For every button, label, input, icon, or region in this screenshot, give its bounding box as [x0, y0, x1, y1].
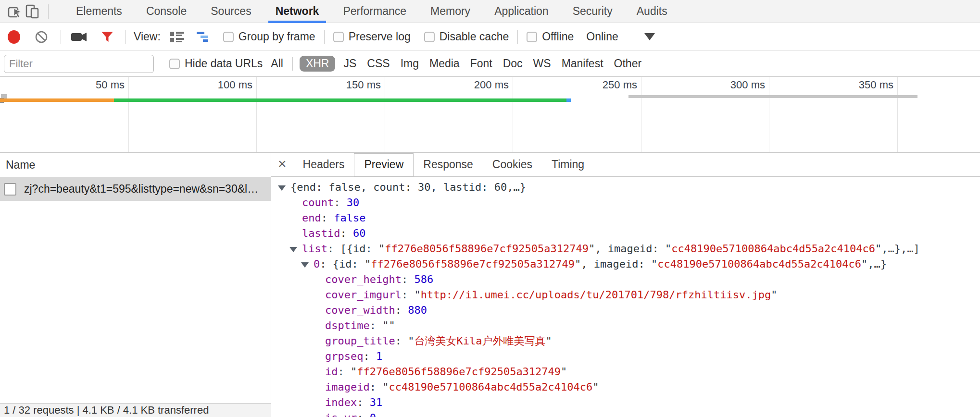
- tree-seg-num: 880: [408, 304, 427, 316]
- filter-type-xhr[interactable]: XHR: [300, 56, 336, 72]
- waterfall-bar-blue-tip: [566, 98, 571, 102]
- filter-type-img[interactable]: Img: [401, 57, 419, 70]
- tree-line[interactable]: is_vr: 0: [271, 410, 980, 417]
- expand-arrow-icon[interactable]: [301, 257, 314, 272]
- filter-type-all[interactable]: All: [271, 57, 283, 70]
- tree-seg-plain: ", imageid: ": [589, 243, 671, 255]
- close-icon[interactable]: ×: [278, 157, 287, 171]
- tree-seg-str: ff276e8056f58896e7cf92505a312749: [357, 366, 561, 378]
- tree-line[interactable]: dsptime: "": [271, 318, 980, 333]
- triangle-down-icon: [301, 262, 309, 268]
- group-by-frame-label: Group by frame: [239, 30, 315, 43]
- name-column-header[interactable]: Name: [0, 153, 271, 177]
- offline-checkbox[interactable]: [527, 32, 537, 42]
- tab-performance[interactable]: Performance: [331, 0, 418, 23]
- capture-screenshots-icon[interactable]: [71, 28, 88, 46]
- record-button[interactable]: [8, 30, 20, 44]
- tree-seg-plain: {end: false, count: 30, lastid: 60,…}: [290, 181, 526, 193]
- detail-tab-response[interactable]: Response: [414, 153, 483, 177]
- device-toolbar-icon[interactable]: [24, 3, 41, 20]
- filter-type-css[interactable]: CSS: [367, 57, 389, 70]
- inspect-element-icon[interactable]: [7, 3, 24, 20]
- tree-line[interactable]: index: 31: [271, 395, 980, 410]
- filter-type-doc[interactable]: Doc: [503, 57, 523, 70]
- divider: [126, 30, 126, 44]
- preserve-log-checkbox[interactable]: [333, 32, 344, 42]
- filter-type-js[interactable]: JS: [343, 57, 356, 70]
- throttling-select[interactable]: Online: [586, 30, 618, 43]
- tree-line[interactable]: cover_width: 880: [271, 303, 980, 318]
- tree-line[interactable]: list: [{id: "ff276e8056f58896e7cf92505a3…: [271, 241, 980, 257]
- tree-line[interactable]: id: "ff276e8056f58896e7cf92505a312749": [271, 364, 980, 380]
- tab-network[interactable]: Network: [264, 0, 331, 23]
- devtools-tabbar: ElementsConsoleSourcesNetworkPerformance…: [0, 0, 980, 23]
- tree-seg-plain: :: [321, 212, 334, 224]
- hide-data-urls-checkbox[interactable]: [169, 59, 180, 69]
- network-overview[interactable]: 50 ms100 ms150 ms200 ms250 ms300 ms350 m…: [0, 77, 980, 153]
- tree-seg-plain: ": [561, 366, 567, 378]
- tree-line[interactable]: 0: {id: "ff276e8056f58896e7cf92505a31274…: [271, 257, 980, 272]
- filter-type-font[interactable]: Font: [470, 57, 492, 70]
- tab-security[interactable]: Security: [561, 0, 625, 23]
- tree-seg-plain: : "": [370, 319, 395, 331]
- tree-line[interactable]: {end: false, count: 30, lastid: 60,…}: [271, 180, 980, 195]
- tree-seg-plain: ": [771, 289, 777, 301]
- disable-cache-label: Disable cache: [440, 30, 509, 43]
- filter-type-media[interactable]: Media: [429, 57, 460, 70]
- large-rows-icon[interactable]: [168, 28, 186, 46]
- tree-seg-key: lastid: [302, 227, 340, 239]
- tree-line[interactable]: grpseq: 1: [271, 349, 980, 364]
- tab-application[interactable]: Application: [482, 0, 561, 23]
- detail-tab-preview[interactable]: Preview: [354, 153, 414, 177]
- detail-tab-timing[interactable]: Timing: [542, 153, 594, 177]
- triangle-down-icon: [278, 185, 286, 191]
- throttling-caret-icon[interactable]: [644, 33, 655, 40]
- show-overview-icon[interactable]: [195, 28, 213, 46]
- tree-line[interactable]: cover_imgurl: "http://i1.umei.cc/uploads…: [271, 287, 980, 303]
- clear-icon[interactable]: [33, 28, 50, 46]
- tree-seg-num: 1: [376, 350, 382, 362]
- tree-line[interactable]: end: false: [271, 210, 980, 226]
- timeline-gridline: [769, 77, 769, 152]
- tree-line[interactable]: count: 30: [271, 195, 980, 210]
- tab-elements[interactable]: Elements: [64, 0, 134, 23]
- resource-doc-icon: [4, 183, 16, 196]
- tree-seg-key: imageid: [325, 381, 370, 393]
- tree-seg-plain: :: [357, 396, 370, 408]
- filter-input[interactable]: [4, 55, 154, 73]
- tree-seg-str: 台湾美女Kila户外唯美写真: [414, 335, 545, 347]
- tab-sources[interactable]: Sources: [199, 0, 263, 23]
- tree-seg-plain: :: [395, 304, 408, 316]
- tree-seg-str: cc48190e57100864abc4d55a2c4104c6: [671, 243, 875, 255]
- detail-tab-cookies[interactable]: Cookies: [483, 153, 542, 177]
- filter-type-ws[interactable]: WS: [533, 57, 551, 70]
- filter-type-other[interactable]: Other: [614, 57, 642, 70]
- filter-type-manifest[interactable]: Manifest: [562, 57, 603, 70]
- tab-memory[interactable]: Memory: [418, 0, 482, 23]
- offline-label: Offline: [542, 30, 574, 43]
- divider: [61, 30, 61, 44]
- tree-line[interactable]: lastid: 60: [271, 226, 980, 241]
- details-tabstrip: × HeadersPreviewResponseCookiesTiming: [271, 153, 980, 177]
- hide-data-urls-label: Hide data URLs: [185, 57, 263, 70]
- tree-seg-plain: :: [363, 350, 376, 362]
- group-by-frame-checkbox[interactable]: [223, 32, 234, 42]
- tree-seg-plain: : ": [370, 381, 389, 393]
- tree-line[interactable]: group_title: "台湾美女Kila户外唯美写真": [271, 333, 980, 349]
- tree-seg-plain: : ": [338, 366, 357, 378]
- tab-audits[interactable]: Audits: [625, 0, 679, 23]
- tab-console[interactable]: Console: [134, 0, 199, 23]
- request-row[interactable]: zj?ch=beauty&t1=595&listtype=new&sn=30&l…: [0, 177, 271, 201]
- divider: [292, 57, 293, 71]
- detail-tab-headers[interactable]: Headers: [293, 153, 354, 177]
- expand-arrow-icon[interactable]: [289, 241, 302, 257]
- divider: [48, 4, 49, 19]
- filter-funnel-icon[interactable]: [99, 28, 116, 46]
- tree-seg-plain: :: [357, 412, 370, 417]
- tree-seg-plain: ",…}: [861, 258, 887, 270]
- disable-cache-checkbox[interactable]: [424, 32, 435, 42]
- tree-line[interactable]: cover_height: 586: [271, 272, 980, 287]
- timeline-gridline: [897, 77, 898, 152]
- tree-line[interactable]: imageid: "cc48190e57100864abc4d55a2c4104…: [271, 380, 980, 395]
- expand-arrow-icon[interactable]: [278, 180, 290, 195]
